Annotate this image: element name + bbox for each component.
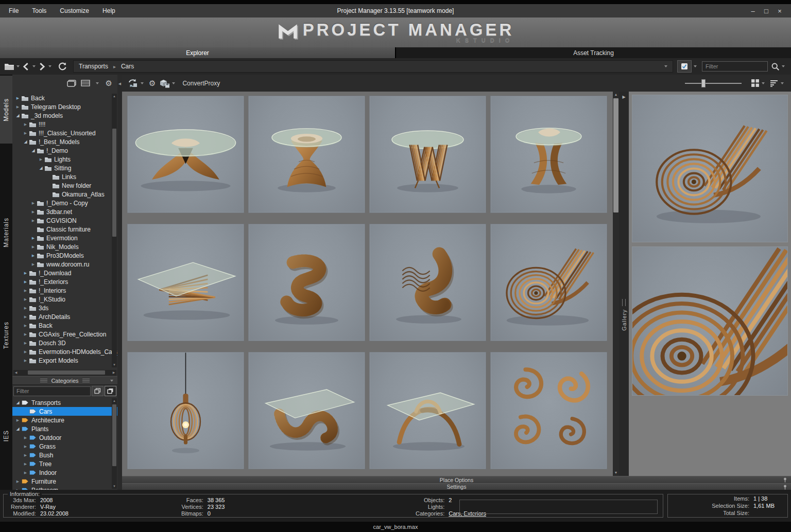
folder-tree-item[interactable]: ▶Pro3DModels: [12, 251, 117, 260]
collapsed-arrow-icon[interactable]: ▶: [23, 280, 28, 284]
layout-dropdown-caret[interactable]: [96, 82, 99, 84]
sort-icon[interactable]: [770, 80, 779, 87]
saved-searches-caret[interactable]: [694, 65, 697, 67]
collapsed-arrow-icon[interactable]: ▶: [23, 341, 28, 345]
category-item-grass[interactable]: ▶Grass: [12, 442, 117, 451]
expanded-arrow-icon[interactable]: ◢: [15, 113, 21, 118]
collapsed-arrow-icon[interactable]: ▶: [23, 324, 28, 328]
menu-file[interactable]: File: [2, 5, 25, 16]
breadcrumb-dropdown-caret[interactable]: [664, 65, 667, 67]
grid-view-icon[interactable]: [751, 79, 760, 87]
layout-icon[interactable]: [81, 80, 90, 86]
match-all-categories-button[interactable]: [105, 386, 116, 396]
folder-tree-item[interactable]: ▶!_Demo - Copy: [12, 199, 117, 207]
scroll-up-arrow-icon[interactable]: ▲: [613, 92, 619, 98]
scrollbar-thumb[interactable]: [112, 129, 116, 237]
search-icon[interactable]: [771, 62, 780, 71]
thumbnail-fan-base-glass-coffee-table[interactable]: [127, 224, 244, 341]
collapsed-arrow-icon[interactable]: ▶: [23, 131, 28, 135]
saved-searches-button[interactable]: [677, 60, 692, 73]
folder-tree-item[interactable]: ▶CGVISION: [12, 216, 117, 225]
collapsed-arrow-icon[interactable]: ▶: [30, 254, 36, 258]
collapsed-arrow-icon[interactable]: ▶: [23, 445, 28, 449]
collapsed-arrow-icon[interactable]: ▶: [30, 245, 36, 249]
folder-tree-item[interactable]: ▶!_Download: [12, 269, 117, 277]
scroll-down-arrow-icon[interactable]: ▼: [112, 484, 117, 489]
side-tab-materials[interactable]: Materials: [0, 209, 12, 256]
expanded-arrow-icon[interactable]: ◢: [38, 166, 44, 170]
menu-customize[interactable]: Customize: [53, 5, 96, 16]
folder-tree-item[interactable]: ◢!_Best_Models: [12, 137, 117, 146]
close-button[interactable]: ×: [773, 7, 786, 15]
settings-bar[interactable]: Settings: [122, 483, 791, 490]
collapsed-arrow-icon[interactable]: ▶: [15, 418, 21, 422]
collapsed-arrow-icon[interactable]: ▶: [30, 262, 36, 267]
collapsed-arrow-icon[interactable]: ▶: [23, 471, 28, 475]
side-tab-textures[interactable]: Textures: [0, 312, 12, 359]
category-item-furniture[interactable]: ▶Furniture: [12, 477, 117, 486]
preview-window-icon[interactable]: [67, 80, 76, 87]
scroll-up-arrow-icon[interactable]: ▲: [112, 94, 117, 99]
thumbnail-zigzag-base-side-table[interactable]: [369, 96, 486, 213]
thumbnail-hourglass-base-side-table[interactable]: [248, 96, 365, 213]
breadcrumb[interactable]: Transports▸Cars: [73, 60, 673, 73]
folder-tree-item[interactable]: ◢Sitting: [12, 164, 117, 172]
refresh-icon[interactable]: [58, 62, 67, 71]
expanded-arrow-icon[interactable]: ◢: [30, 148, 36, 153]
side-tab-models[interactable]: Models: [0, 76, 12, 144]
side-tab-ies[interactable]: IES: [0, 420, 12, 451]
gallery-expand-icon[interactable]: ▶: [619, 95, 629, 99]
category-item-outdoor[interactable]: ▶Outdoor: [12, 433, 117, 442]
folder-tree-item[interactable]: ◢_3d models: [12, 111, 117, 120]
grid-scrollbar[interactable]: ▲ ▼: [613, 92, 619, 476]
thumbnail-oval-glass-coffee-table[interactable]: [127, 96, 244, 213]
folder-tree-item[interactable]: Links: [12, 172, 117, 181]
tab-asset-tracking[interactable]: Asset Tracking: [396, 47, 791, 58]
collapsed-arrow-icon[interactable]: ▶: [15, 105, 21, 109]
collapsed-arrow-icon[interactable]: ▶: [30, 210, 36, 214]
forward-icon[interactable]: [38, 62, 46, 71]
tab-explorer[interactable]: Explorer: [0, 47, 395, 58]
content-settings-gear-icon[interactable]: ⚙: [149, 80, 156, 87]
open-folder-icon[interactable]: [4, 63, 14, 70]
collapsed-arrow-icon[interactable]: ▶: [15, 480, 21, 484]
category-item-cars[interactable]: Cars: [12, 407, 117, 416]
collapsed-arrow-icon[interactable]: ▶: [30, 201, 36, 205]
expanded-arrow-icon[interactable]: ◢: [15, 400, 21, 405]
collapsed-arrow-icon[interactable]: ▶: [23, 436, 28, 440]
folder-tree-item[interactable]: ▶Export Models: [12, 356, 117, 365]
thumbnail-curved-slat-side-table[interactable]: [490, 96, 607, 213]
scroll-left-arrow-icon[interactable]: ◀: [13, 370, 19, 375]
match-any-category-button[interactable]: [92, 386, 104, 396]
folder-tree-item[interactable]: ▶!_KStudio: [12, 295, 117, 304]
folder-tree-item[interactable]: ▶Nik_Models: [12, 242, 117, 251]
folder-tree-item[interactable]: ◢!_Demo: [12, 146, 117, 155]
thumbnail-z-slat-stool[interactable]: [248, 224, 365, 341]
folder-tree-item[interactable]: ▶!!!_Classic_Unsorted: [12, 129, 117, 137]
collapsed-arrow-icon[interactable]: ▶: [30, 236, 36, 240]
thumbnail-arch-base-side-table[interactable]: [369, 352, 486, 469]
collapsed-arrow-icon[interactable]: ▶: [30, 219, 36, 223]
folder-tree-item[interactable]: ▶Evermotion-HDModels_Cars_: [12, 347, 117, 356]
folder-tree-item[interactable]: Classic furniture: [12, 225, 117, 234]
expanded-arrow-icon[interactable]: ◢: [23, 139, 28, 144]
convert-icon[interactable]: [127, 78, 139, 88]
scroll-up-arrow-icon[interactable]: ▲: [112, 398, 117, 403]
minimize-button[interactable]: –: [747, 7, 759, 15]
collapsed-arrow-icon[interactable]: ▶: [23, 306, 28, 310]
sort-dropdown-caret[interactable]: [781, 82, 784, 84]
place-options-bar[interactable]: Place Options: [122, 476, 791, 483]
collapsed-arrow-icon[interactable]: ▶: [23, 462, 28, 466]
folder-tree-item[interactable]: ▶Back: [12, 94, 117, 102]
folder-tree-vertical-scrollbar[interactable]: ▲ ▼: [112, 94, 117, 367]
scrollbar-thumb[interactable]: [613, 98, 618, 212]
folder-tree-item[interactable]: ▶Back: [12, 321, 117, 330]
folder-tree-item[interactable]: ▶Lights: [12, 155, 117, 164]
back-icon[interactable]: [22, 62, 30, 71]
folder-tree-item[interactable]: ▶!!!!: [12, 120, 117, 129]
folder-tree-item[interactable]: ▶CGAxis_Free_Collection: [12, 330, 117, 339]
thumbnail-wave-slat-chair[interactable]: [369, 224, 486, 341]
gallery-image-spiral-lounge-chair-view-2[interactable]: [632, 246, 788, 396]
category-item-bush[interactable]: ▶Bush: [12, 451, 117, 459]
folder-tree-item[interactable]: ▶!_Exteriors: [12, 277, 117, 286]
